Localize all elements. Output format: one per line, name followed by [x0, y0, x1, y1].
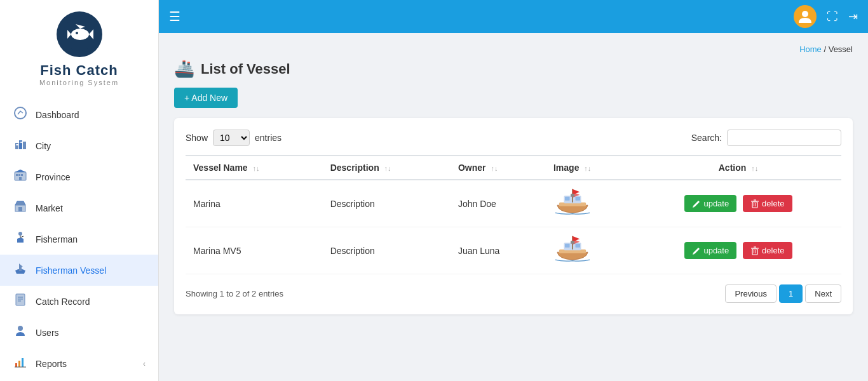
sidebar-item-catch-record[interactable]: Catch Record: [0, 286, 158, 317]
cell-action: update delete: [635, 180, 841, 227]
breadcrumb: Home / Vessel: [174, 44, 853, 54]
cell-description: Description: [323, 227, 451, 274]
market-icon: [13, 200, 28, 216]
vessels-table: Vessel Name ↑↓ Description ↑↓ Owner ↑↓: [186, 155, 841, 274]
logo-circle: [57, 11, 102, 57]
svg-rect-18: [19, 177, 22, 180]
table-card: Show 10 25 50 100 entries Search:: [174, 118, 853, 314]
svg-rect-7: [15, 143, 18, 149]
table-row: MarinaDescriptionJohn Doe: [186, 180, 841, 227]
sidebar-item-dashboard[interactable]: Dashboard: [0, 99, 158, 130]
avatar[interactable]: [794, 5, 817, 28]
user-avatar-icon: [797, 9, 813, 24]
svg-point-3: [76, 32, 78, 34]
sort-image-icon[interactable]: ↑↓: [584, 164, 591, 172]
page-1-button[interactable]: 1: [779, 284, 803, 303]
page-header: 🚢 List of Vessel: [174, 59, 853, 79]
logo-subtitle: Monitoring System: [39, 79, 119, 86]
sidebar-item-reports-label: Reports: [36, 359, 67, 369]
search-area: Search:: [691, 130, 841, 146]
sidebar-item-fisherman[interactable]: Fisherman: [0, 224, 158, 255]
page-icon: 🚢: [174, 59, 194, 79]
sidebar-item-fisherman-vessel[interactable]: Fisherman Vessel: [0, 255, 158, 286]
dashboard-icon: [13, 107, 28, 123]
delete-button-1[interactable]: delete: [743, 242, 792, 259]
fisherman-vessel-icon: [13, 262, 28, 278]
expand-icon[interactable]: ⛶: [827, 10, 838, 23]
sidebar-item-fisherman-label: Fisherman: [36, 234, 78, 244]
main-area: ☰ ⛶ ⇥ Home / Vessel 🚢 List of Vessel: [159, 0, 868, 381]
sort-action-icon[interactable]: ↑↓: [751, 164, 758, 172]
sidebar-item-market-label: Market: [36, 203, 63, 213]
reports-icon: [13, 356, 28, 371]
previous-button[interactable]: Previous: [725, 284, 776, 303]
cell-vessel-name: Marina MV5: [186, 227, 323, 274]
svg-rect-12: [20, 142, 21, 143]
logo-title: Fish Catch: [40, 62, 118, 79]
svg-point-6: [15, 107, 26, 119]
sidebar-item-province-label: Province: [36, 172, 70, 182]
breadcrumb-current: Vessel: [829, 44, 853, 54]
search-input[interactable]: [727, 130, 841, 146]
sidebar-item-reports[interactable]: Reports ‹: [0, 348, 158, 379]
search-label: Search:: [691, 133, 722, 143]
svg-rect-13: [21, 142, 22, 143]
logo-area: Fish Catch Monitoring System: [0, 0, 158, 95]
svg-rect-33: [18, 361, 20, 367]
table-controls: Show 10 25 50 100 entries Search:: [186, 130, 841, 146]
showing-text: Showing 1 to 2 of 2 entries: [186, 289, 283, 298]
add-new-button[interactable]: + Add New: [174, 88, 238, 108]
cell-image: [546, 180, 635, 227]
entries-select[interactable]: 10 25 50 100: [213, 130, 250, 146]
sidebar-item-city[interactable]: City: [0, 130, 158, 161]
logo-icon: [63, 18, 96, 51]
svg-point-22: [18, 232, 22, 236]
table-footer: Showing 1 to 2 of 2 entries Previous 1 N…: [186, 284, 841, 303]
entries-label: entries: [255, 133, 281, 143]
trash-icon: [750, 246, 759, 255]
svg-point-36: [802, 11, 808, 17]
sidebar: Fish Catch Monitoring System Dashboard: [0, 0, 159, 381]
sidebar-item-province[interactable]: Province: [0, 161, 158, 192]
breadcrumb-home[interactable]: Home: [799, 44, 822, 54]
update-button-0[interactable]: update: [684, 195, 736, 212]
vessel-image: [553, 234, 592, 265]
next-button[interactable]: Next: [805, 284, 841, 303]
users-icon: [13, 324, 28, 340]
sort-description-icon[interactable]: ↑↓: [384, 164, 391, 172]
update-button-1[interactable]: update: [684, 242, 736, 259]
cell-description: Description: [323, 180, 451, 227]
svg-rect-52: [565, 244, 570, 248]
col-image: Image ↑↓: [546, 156, 635, 180]
cell-vessel-name: Marina: [186, 180, 323, 227]
delete-button-0[interactable]: delete: [743, 195, 792, 212]
reports-chevron-icon: ‹: [143, 359, 146, 368]
col-vessel-name: Vessel Name ↑↓: [186, 156, 323, 180]
hamburger-icon[interactable]: ☰: [169, 9, 180, 24]
svg-rect-45: [752, 202, 757, 208]
svg-rect-58: [752, 249, 757, 255]
svg-rect-44: [571, 194, 574, 197]
col-description: Description ↑↓: [323, 156, 451, 180]
sort-owner-icon[interactable]: ↑↓: [491, 164, 498, 172]
col-owner: Owner ↑↓: [451, 156, 546, 180]
breadcrumb-separator: /: [824, 44, 826, 54]
svg-rect-34: [22, 358, 24, 367]
nav-menu: Dashboard City: [0, 95, 158, 381]
logout-icon[interactable]: ⇥: [848, 10, 858, 23]
sort-vessel-name-icon[interactable]: ↑↓: [253, 164, 260, 172]
svg-rect-11: [17, 144, 18, 145]
sidebar-item-city-label: City: [36, 141, 51, 151]
svg-rect-39: [565, 197, 570, 201]
sidebar-item-market[interactable]: Market: [0, 192, 158, 224]
edit-icon: [692, 246, 701, 255]
svg-rect-40: [575, 197, 580, 201]
sidebar-item-users[interactable]: Users: [0, 317, 158, 348]
svg-rect-15: [16, 174, 18, 176]
sidebar-item-users-label: Users: [36, 328, 59, 338]
col-action: Action ↑↓: [635, 156, 841, 180]
svg-marker-26: [19, 264, 23, 267]
sidebar-item-catch-record-label: Catch Record: [36, 297, 90, 307]
svg-marker-19: [15, 170, 26, 172]
cell-owner: Juan Luna: [451, 227, 546, 274]
